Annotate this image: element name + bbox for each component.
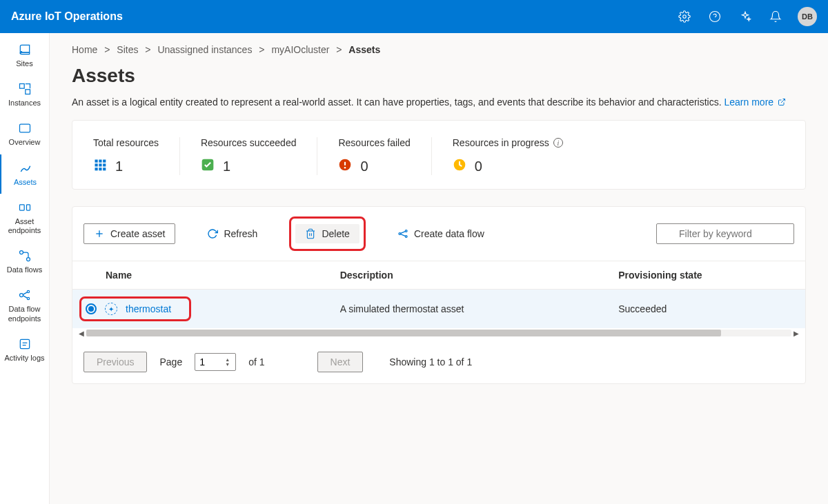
stat-total: Total resources 1 <box>86 137 180 175</box>
learn-more-link[interactable]: Learn more <box>724 97 786 108</box>
svg-rect-21 <box>99 163 101 166</box>
breadcrumb-item[interactable]: Unassigned instances <box>157 44 252 55</box>
svg-rect-20 <box>95 163 98 166</box>
svg-point-9 <box>26 258 30 261</box>
page-title: Assets <box>72 65 806 87</box>
main-content: Home > Sites > Unassigned instances > my… <box>50 33 828 504</box>
sidebar-label: Assets <box>14 178 37 187</box>
svg-rect-18 <box>99 160 101 163</box>
scroll-left-icon[interactable]: ◀ <box>77 328 86 338</box>
next-button[interactable]: Next <box>317 352 364 372</box>
scroll-track[interactable] <box>86 330 791 336</box>
sidebar-label: Sites <box>16 59 32 68</box>
pagination: Previous Page ▲▼ of 1 Next Showing 1 to … <box>72 341 805 383</box>
svg-point-36 <box>405 230 407 232</box>
app-title: Azure IoT Operations <box>11 10 671 23</box>
info-icon[interactable]: i <box>553 138 563 148</box>
clock-icon <box>453 158 466 175</box>
previous-button[interactable]: Previous <box>83 352 147 372</box>
page-description: An asset is a logical entity created to … <box>72 97 806 108</box>
breadcrumb-item[interactable]: myAIOcluster <box>271 44 329 55</box>
sidebar-item-assets[interactable]: Assets <box>0 154 49 194</box>
svg-rect-7 <box>26 205 30 210</box>
create-dataflow-button[interactable]: Create data flow <box>388 224 494 243</box>
delete-highlight: Delete <box>289 216 365 251</box>
sidebar-item-sites[interactable]: Sites <box>0 36 49 75</box>
sidebar-label: Data flow endpoints <box>3 305 46 323</box>
sidebar-label: Activity logs <box>4 354 44 363</box>
col-name[interactable]: Name <box>72 261 329 290</box>
sidebar-item-asset-endpoints[interactable]: Asset endpoints <box>0 194 49 242</box>
copilot-icon[interactable] <box>731 3 759 30</box>
create-asset-button[interactable]: Create asset <box>83 223 175 244</box>
breadcrumb-item[interactable]: Sites <box>117 44 138 55</box>
table-card: Create asset Refresh Delete Create data … <box>72 206 806 384</box>
row-radio[interactable] <box>86 303 97 314</box>
refresh-button[interactable]: Refresh <box>197 224 267 243</box>
svg-rect-22 <box>103 163 106 166</box>
stat-inprogress: Resources in progress i 0 <box>432 137 584 175</box>
showing-label: Showing 1 to 1 of 1 <box>389 356 472 367</box>
sidebar-item-dataflow-endpoints[interactable]: Data flow endpoints <box>0 281 49 330</box>
sidebar-label: Overview <box>9 138 41 147</box>
scroll-right-icon[interactable]: ▶ <box>791 328 801 338</box>
breadcrumb-current: Assets <box>348 44 380 55</box>
col-description[interactable]: Description <box>329 261 608 290</box>
instances-icon <box>18 82 32 96</box>
stat-label: Resources in progress i <box>453 137 563 148</box>
stat-value: 1 <box>115 159 123 174</box>
stat-failed: Resources failed 0 <box>317 137 431 175</box>
svg-point-29 <box>344 167 346 169</box>
user-avatar[interactable]: DB <box>798 7 817 26</box>
asset-name-link[interactable]: thermostat <box>126 303 171 314</box>
filter-input[interactable] <box>656 223 794 244</box>
delete-button[interactable]: Delete <box>295 224 359 243</box>
page-label: Page <box>159 356 182 367</box>
header-actions: DB <box>671 3 817 30</box>
overview-icon <box>18 121 32 135</box>
stat-label: Resources failed <box>338 137 410 148</box>
stats-card: Total resources 1 Resources succeeded <box>72 120 806 190</box>
svg-rect-13 <box>20 339 29 348</box>
dataflow-icon <box>397 228 408 239</box>
stat-value: 0 <box>475 159 482 174</box>
col-state[interactable]: Provisioning state <box>607 261 805 290</box>
help-icon[interactable] <box>701 3 729 30</box>
breadcrumb-sep: > <box>259 44 264 55</box>
app-header: Azure IoT Operations DB <box>0 0 828 33</box>
sidebar-item-instances[interactable]: Instances <box>0 75 49 114</box>
breadcrumb-item[interactable]: Home <box>72 44 97 55</box>
plus-icon <box>94 228 105 239</box>
settings-icon[interactable] <box>671 3 698 30</box>
sidebar-item-data-flows[interactable]: Data flows <box>0 242 49 281</box>
horizontal-scrollbar[interactable]: ◀ ▶ <box>72 328 805 341</box>
svg-rect-4 <box>25 90 30 94</box>
success-icon <box>201 158 215 175</box>
svg-point-12 <box>27 298 29 300</box>
scroll-thumb[interactable] <box>86 330 721 336</box>
sites-icon <box>18 43 32 57</box>
sidebar-item-overview[interactable]: Overview <box>0 114 49 154</box>
stat-value: 1 <box>223 159 230 174</box>
asset-endpoints-icon <box>18 201 32 214</box>
assets-icon <box>19 161 32 175</box>
row-description: A simulated thermostat asset <box>329 290 608 329</box>
sidebar-item-activity-logs[interactable]: Activity logs <box>0 330 49 370</box>
page-spinner[interactable]: ▲▼ <box>225 354 235 370</box>
table-row[interactable]: ✦ thermostat A simulated thermostat asse… <box>72 290 805 329</box>
svg-point-11 <box>27 291 29 293</box>
sidebar: Sites Instances Overview Assets Asset en… <box>0 33 50 504</box>
assets-table: Name Description Provisioning state ✦ th… <box>72 261 805 328</box>
activity-logs-icon <box>18 337 32 351</box>
svg-rect-19 <box>103 160 106 163</box>
sidebar-label: Data flows <box>7 265 42 274</box>
svg-rect-3 <box>19 84 24 89</box>
stat-value: 0 <box>360 159 368 174</box>
notifications-icon[interactable] <box>762 3 789 30</box>
svg-point-0 <box>683 15 687 19</box>
svg-line-16 <box>781 99 785 103</box>
svg-rect-24 <box>99 168 101 170</box>
svg-rect-25 <box>103 168 106 170</box>
svg-point-1 <box>710 12 720 22</box>
page-of: of 1 <box>248 356 264 367</box>
